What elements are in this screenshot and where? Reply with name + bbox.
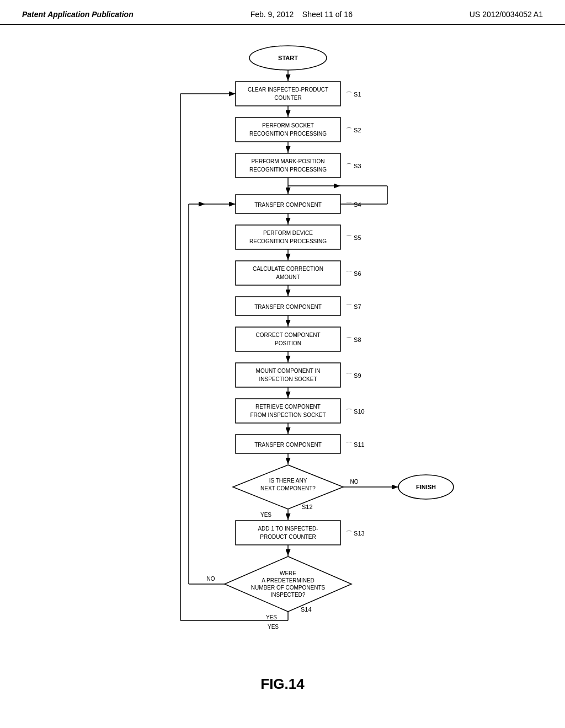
svg-rect-38 — [236, 327, 340, 351]
svg-text:NUMBER OF COMPONENTS: NUMBER OF COMPONENTS — [251, 585, 326, 591]
svg-text:COUNTER: COUNTER — [274, 95, 301, 101]
page-header: Patent Application Publication Feb. 9, 2… — [0, 0, 565, 25]
svg-text:ADD 1 TO INSPECTED-: ADD 1 TO INSPECTED- — [258, 526, 318, 532]
flowchart: START CLEAR INSPECTED-PRODUCT COUNTER ⌒ … — [139, 36, 426, 659]
svg-text:YES: YES — [268, 624, 279, 630]
flowchart-svg: START CLEAR INSPECTED-PRODUCT COUNTER ⌒ … — [139, 36, 481, 659]
svg-text:CLEAR INSPECTED-PRODUCT: CLEAR INSPECTED-PRODUCT — [248, 87, 328, 93]
svg-text:⌒ S9: ⌒ S9 — [346, 372, 361, 379]
svg-text:FINISH: FINISH — [416, 484, 436, 490]
svg-text:YES: YES — [266, 614, 277, 620]
svg-text:⌒ S10: ⌒ S10 — [346, 408, 365, 415]
svg-rect-48 — [236, 399, 340, 423]
svg-rect-24 — [236, 225, 340, 249]
figure-caption: FIG.14 — [260, 676, 304, 693]
svg-text:RECOGNITION PROCESSING: RECOGNITION PROCESSING — [249, 238, 327, 244]
svg-text:CALCULATE CORRECTION: CALCULATE CORRECTION — [253, 266, 323, 272]
svg-text:NEXT COMPONENT?: NEXT COMPONENT? — [260, 485, 316, 491]
svg-text:⌒ S2: ⌒ S2 — [346, 127, 361, 133]
svg-text:NO: NO — [350, 479, 359, 485]
svg-text:⌒ S11: ⌒ S11 — [346, 441, 365, 448]
diagram-area: START CLEAR INSPECTED-PRODUCT COUNTER ⌒ … — [0, 25, 565, 726]
svg-text:⌒ S13: ⌒ S13 — [346, 530, 365, 537]
svg-text:S14: S14 — [301, 606, 312, 613]
svg-text:⌒ S3: ⌒ S3 — [346, 163, 361, 169]
svg-text:NO: NO — [207, 576, 215, 582]
svg-text:POSITION: POSITION — [275, 340, 301, 346]
svg-text:⌒ S8: ⌒ S8 — [346, 336, 361, 343]
svg-text:TRANSFER COMPONENT: TRANSFER COMPONENT — [254, 304, 322, 310]
svg-text:⌒ S4: ⌒ S4 — [346, 201, 361, 208]
svg-text:WERE: WERE — [280, 570, 296, 576]
svg-text:IS THERE ANY: IS THERE ANY — [269, 478, 307, 484]
svg-text:⌒ S7: ⌒ S7 — [346, 303, 361, 310]
date-sheet-label: Feb. 9, 2012 Sheet 11 of 16 — [250, 10, 353, 19]
svg-text:⌒ S6: ⌒ S6 — [346, 270, 361, 277]
patent-number-label: US 2012/0034052 A1 — [470, 10, 543, 19]
svg-rect-29 — [236, 261, 340, 285]
svg-text:RECOGNITION PROCESSING: RECOGNITION PROCESSING — [249, 167, 327, 173]
svg-rect-43 — [236, 363, 340, 387]
svg-rect-67 — [236, 521, 340, 545]
svg-rect-4 — [236, 82, 340, 106]
svg-text:TRANSFER COMPONENT: TRANSFER COMPONENT — [254, 202, 322, 208]
svg-rect-14 — [236, 153, 340, 178]
svg-text:⌒ S5: ⌒ S5 — [346, 234, 361, 241]
svg-text:INSPECTION SOCKET: INSPECTION SOCKET — [259, 376, 317, 382]
svg-text:CORRECT COMPONENT: CORRECT COMPONENT — [255, 332, 320, 338]
svg-text:⌒ S1: ⌒ S1 — [346, 91, 361, 98]
svg-text:PERFORM DEVICE: PERFORM DEVICE — [263, 230, 313, 236]
svg-text:START: START — [278, 55, 298, 61]
svg-text:MOUNT COMPONENT IN: MOUNT COMPONENT IN — [256, 368, 321, 374]
svg-text:PERFORM SOCKET: PERFORM SOCKET — [262, 122, 314, 129]
svg-marker-72 — [225, 556, 351, 612]
svg-text:PERFORM MARK-POSITION: PERFORM MARK-POSITION — [252, 158, 325, 164]
svg-text:INSPECTED?: INSPECTED? — [271, 592, 306, 598]
svg-text:FROM INSPECTION SOCKET: FROM INSPECTION SOCKET — [250, 412, 326, 418]
svg-rect-9 — [236, 117, 340, 142]
svg-text:S12: S12 — [302, 504, 313, 510]
publication-label: Patent Application Publication — [22, 10, 134, 19]
svg-text:AMOUNT: AMOUNT — [276, 274, 300, 280]
svg-text:TRANSFER COMPONENT: TRANSFER COMPONENT — [254, 442, 322, 448]
svg-text:PRODUCT COUNTER: PRODUCT COUNTER — [260, 534, 316, 540]
svg-text:YES: YES — [260, 512, 271, 518]
svg-text:RECOGNITION PROCESSING: RECOGNITION PROCESSING — [249, 131, 327, 137]
svg-text:A PREDETERMINED: A PREDETERMINED — [262, 577, 315, 584]
svg-text:RETRIEVE COMPONENT: RETRIEVE COMPONENT — [255, 404, 321, 410]
